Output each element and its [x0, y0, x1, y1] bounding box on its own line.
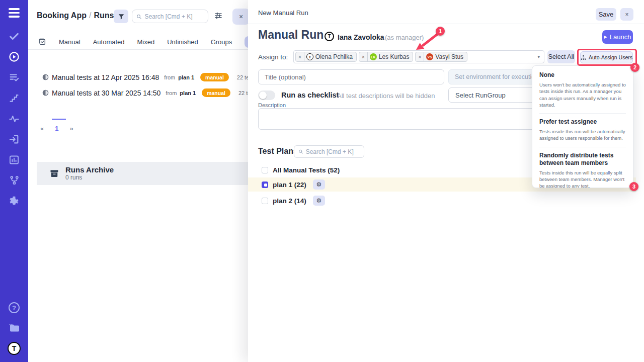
plan-2-checkbox[interactable]	[262, 198, 268, 204]
breadcrumb-project[interactable]: Booking App	[37, 11, 87, 20]
archive-count: 0 runs	[65, 174, 114, 181]
save-button[interactable]: Save	[596, 8, 616, 21]
run-title[interactable]: Manual tests at 12 Apr 2025 16:48	[52, 73, 159, 81]
run-as-checklist-toggle[interactable]	[258, 90, 275, 100]
assignee-name: Olena Pchilka	[315, 53, 356, 60]
assignee-chip: × T Olena Pchilka	[295, 52, 357, 62]
test-plans-search[interactable]	[294, 145, 364, 158]
rungroup-select[interactable]: Select RunGroup	[448, 87, 544, 103]
annotation-step-3: 3	[629, 182, 638, 191]
annotation-step-1: 1	[436, 27, 445, 36]
run-plan-name: plan 1	[180, 90, 196, 96]
assignee-name: Les Kurbas	[379, 53, 413, 60]
tests-check-icon[interactable]	[8, 30, 21, 43]
test-plan-label[interactable]: All Manual Tests (52)	[273, 166, 340, 174]
checklist-label: Run as checklist	[281, 91, 339, 99]
assignee-avatar: LK	[370, 53, 377, 60]
test-plans-icon[interactable]	[8, 71, 21, 84]
all-manual-tests-checkbox[interactable]	[262, 167, 268, 173]
tab-automated[interactable]: Automated	[93, 38, 125, 46]
reports-chart-icon[interactable]	[8, 153, 21, 166]
plan-1-checkbox[interactable]	[262, 182, 268, 188]
assignee-avatar: T	[306, 53, 313, 60]
run-type-badge: manual	[200, 73, 229, 81]
runs-play-icon[interactable]	[8, 50, 21, 63]
breadcrumb-current: Runs	[94, 11, 114, 20]
branches-icon[interactable]	[8, 174, 21, 187]
select-all-button[interactable]: Select All	[547, 50, 575, 63]
import-icon[interactable]	[8, 133, 21, 146]
help-icon[interactable]: ?	[9, 302, 20, 313]
page-title: Manual Run	[258, 28, 324, 42]
docs-folder-icon[interactable]	[8, 321, 21, 334]
runs-search[interactable]	[132, 10, 208, 23]
app-logo[interactable]: T	[8, 342, 21, 355]
option-description: Tests inside this run will be automatica…	[539, 128, 626, 142]
milestones-icon[interactable]	[8, 92, 21, 105]
assign-to-label: Assign to:	[258, 53, 288, 61]
test-plans-search-input[interactable]	[306, 148, 360, 155]
pagination-prev[interactable]: «	[40, 125, 44, 132]
manager-name: Iana Zavoloka	[338, 33, 384, 41]
dropdown-option-randomly-distribute[interactable]: Randomly distribute tests between team m…	[539, 147, 626, 188]
dropdown-option-prefer-assignee[interactable]: Prefer test assignee Tests inside this r…	[539, 113, 626, 147]
plan-settings-gear-icon[interactable]: ⚙	[313, 196, 325, 206]
test-plan-label[interactable]: plan 2 (14)	[273, 197, 306, 205]
drawer-close-button[interactable]: ×	[620, 8, 633, 21]
pagination: « 1 »	[40, 125, 73, 132]
option-title: Prefer test assignee	[539, 118, 626, 126]
breadcrumb-separator: /	[87, 11, 94, 20]
menu-icon[interactable]	[9, 8, 20, 18]
description-textarea[interactable]	[258, 108, 544, 130]
filter-button[interactable]	[114, 10, 128, 23]
tab-unfinished[interactable]: Unfinished	[167, 38, 198, 46]
sidebar-nav: ? T	[0, 0, 28, 362]
select-runs-icon[interactable]	[38, 38, 46, 46]
environment-input[interactable]	[448, 69, 544, 84]
tab-mixed[interactable]: Mixed	[137, 38, 155, 46]
test-plan-label[interactable]: plan 1 (22)	[273, 181, 306, 189]
run-title[interactable]: Manual tests at 30 Mar 2025 14:50	[52, 89, 160, 97]
runs-list-panel: Booking App/Runs × Manual Automated Mixe…	[28, 0, 248, 362]
option-description: Users won't be automatically assigned to…	[539, 81, 626, 108]
manager-avatar: T	[325, 32, 334, 41]
chevron-down-icon[interactable]: ▾	[537, 54, 540, 59]
option-title: Randomly distribute tests between team m…	[539, 152, 626, 167]
run-status-icon	[42, 89, 49, 96]
remove-assignee-icon[interactable]: ×	[359, 52, 368, 61]
run-list-item[interactable]: Manual tests at 12 Apr 2025 16:48 from p…	[42, 73, 256, 81]
drawer-header: New Manual Run Save ×	[248, 0, 644, 24]
test-plan-row: plan 2 (14) ⚙	[248, 194, 636, 208]
breadcrumb[interactable]: Booking App/Runs	[37, 11, 114, 20]
runs-search-input[interactable]	[145, 13, 204, 20]
launch-button[interactable]: ▶ Launch	[602, 30, 633, 44]
dropdown-option-none[interactable]: None Users won't be automatically assign…	[539, 67, 626, 113]
archive-box-icon	[49, 168, 59, 178]
run-from-label: from	[166, 90, 177, 96]
settings-gear-icon[interactable]	[8, 195, 21, 208]
runs-archive-card[interactable]: Runs Archive 0 runs	[37, 162, 248, 185]
search-icon	[136, 14, 142, 20]
search-icon	[298, 149, 303, 154]
run-list-item[interactable]: Manual tests at 30 Mar 2025 14:50 from p…	[42, 88, 258, 97]
pagination-page-1[interactable]: 1	[55, 125, 58, 132]
panel-close-button[interactable]: ×	[232, 9, 250, 25]
pagination-next[interactable]: »	[69, 125, 73, 132]
funnel-icon	[118, 13, 125, 20]
run-title-input[interactable]	[258, 69, 444, 84]
runs-tabs: Manual Automated Mixed Unfinished Groups…	[28, 34, 248, 50]
app-root: ? T Booking App/Runs ×	[0, 0, 644, 362]
plan-settings-gear-icon[interactable]: ⚙	[313, 179, 325, 190]
runs-panel-header: Booking App/Runs ×	[28, 0, 248, 32]
remove-assignee-icon[interactable]: ×	[296, 52, 304, 61]
checklist-hint: All test descriptions will be hidden	[337, 92, 435, 100]
tab-groups[interactable]: Groups	[211, 38, 232, 46]
run-plan-name: plan 1	[178, 74, 194, 80]
test-plans-heading: Test Plans	[258, 147, 298, 156]
auto-assign-dropdown: None Users won't be automatically assign…	[532, 65, 633, 188]
tab-manual[interactable]: Manual	[59, 38, 80, 46]
archive-title: Runs Archive	[65, 166, 114, 174]
annotation-step-2: 2	[630, 63, 639, 72]
view-settings-icon[interactable]	[213, 11, 223, 21]
activity-pulse-icon[interactable]	[8, 112, 21, 125]
